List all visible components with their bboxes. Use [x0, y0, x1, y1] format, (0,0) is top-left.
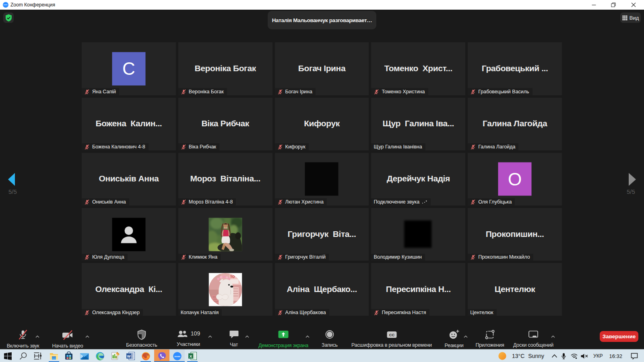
svg-text:X: X — [189, 354, 192, 358]
svg-text:zoom: zoom — [174, 355, 180, 357]
svg-text:W: W — [127, 354, 130, 358]
svg-text:CC: CC — [389, 333, 394, 337]
